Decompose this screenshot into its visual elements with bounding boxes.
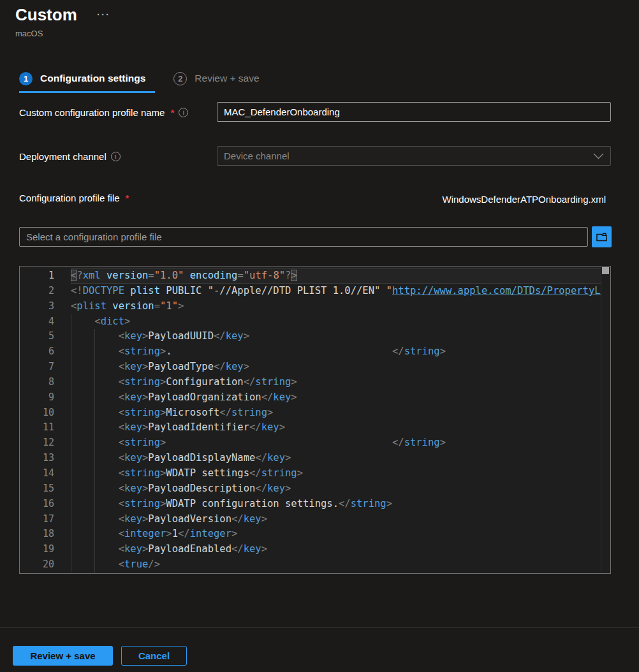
profile-name-input[interactable] — [217, 102, 611, 122]
code-line[interactable]: 17 <key>PayloadVersion</key> — [20, 512, 610, 527]
review-save-button[interactable]: Review + save — [13, 646, 113, 666]
label-text: Custom configuration profile name — [19, 107, 165, 118]
editor-scrollbar-thumb[interactable] — [602, 267, 609, 274]
indent-guide — [71, 390, 71, 405]
code-line[interactable]: 2<!DOCTYPE plist PUBLIC "-//Apple//DTD P… — [20, 284, 610, 299]
deployment-channel-value: Device channel — [224, 150, 593, 161]
indent-guide — [71, 497, 71, 512]
code-line[interactable]: 5 <key>PayloadUUID</key> — [20, 329, 610, 344]
line-number: 16 — [20, 497, 54, 512]
chevron-down-icon — [593, 153, 604, 159]
indent-guide — [94, 512, 95, 527]
code-editor[interactable]: 1<?xml version="1.0" encoding="utf-8"?>2… — [19, 266, 611, 574]
indent-guide — [94, 420, 95, 435]
indent-guide — [71, 527, 71, 542]
indent-guide — [71, 314, 71, 330]
indent-guide — [94, 344, 95, 360]
line-number: 3 — [20, 299, 54, 314]
indent-guide — [71, 405, 71, 421]
indent-guide — [94, 481, 95, 497]
line-number: 6 — [20, 344, 54, 360]
line-number: 12 — [20, 435, 54, 451]
line-number: 11 — [20, 420, 54, 435]
editor-vertical-scrollbar[interactable] — [601, 267, 610, 573]
indent-guide — [71, 329, 71, 344]
code-line[interactable]: 7 <key>PayloadType</key> — [20, 360, 610, 375]
config-file-label: Configuration profile file* — [19, 193, 129, 203]
indent-guide — [94, 557, 95, 573]
browse-file-button[interactable] — [592, 226, 612, 247]
line-number: 18 — [20, 527, 54, 542]
code-line[interactable]: 20 <true/> — [20, 557, 610, 573]
step-1-circle: 1 — [19, 72, 33, 85]
info-icon[interactable]: i — [111, 152, 121, 161]
step-tabs: 1 Configuration settings 2 Review + save — [19, 70, 260, 87]
indent-guide — [71, 420, 71, 435]
footer: Review + save Cancel — [0, 627, 639, 672]
code-line[interactable]: 14 <string>WDATP settings</string> — [20, 466, 610, 481]
indent-guide — [71, 451, 71, 466]
tab-label: Configuration settings — [40, 73, 145, 84]
line-number: 5 — [20, 329, 54, 344]
indent-guide — [94, 466, 95, 481]
code-lines: 1<?xml version="1.0" encoding="utf-8"?>2… — [20, 268, 610, 573]
tab-review-save[interactable]: 2 Review + save — [173, 70, 259, 87]
line-number: 19 — [20, 542, 54, 557]
indent-guide — [94, 527, 95, 542]
tab-configuration-settings[interactable]: 1 Configuration settings — [19, 70, 145, 87]
indent-guide — [94, 542, 95, 557]
page-title: Custom — [15, 5, 77, 25]
line-number: 10 — [20, 405, 54, 421]
line-number: 8 — [20, 375, 54, 390]
indent-guide — [71, 360, 71, 375]
indent-guide — [94, 360, 95, 375]
more-menu-button[interactable]: ··· — [97, 9, 110, 20]
code-line[interactable]: 3<plist version="1"> — [20, 299, 610, 314]
line-number: 4 — [20, 314, 54, 330]
line-number: 9 — [20, 390, 54, 405]
code-line[interactable]: 8 <string>Configuration</string> — [20, 375, 610, 390]
indent-guide — [94, 497, 95, 512]
indent-guide — [94, 375, 95, 390]
code-line[interactable]: 4 <dict> — [20, 314, 610, 330]
deployment-channel-select[interactable]: Device channel — [217, 146, 611, 166]
line-number: 2 — [20, 284, 54, 299]
label-text: Configuration profile file — [19, 193, 120, 203]
code-line[interactable]: 12 <string> </string> — [20, 435, 610, 451]
code-line[interactable]: 9 <key>PayloadOrganization</key> — [20, 390, 610, 405]
indent-guide — [71, 512, 71, 527]
code-line[interactable]: 1<?xml version="1.0" encoding="utf-8"?> — [20, 268, 610, 284]
line-number: 15 — [20, 481, 54, 497]
indent-guide — [71, 375, 71, 390]
code-line[interactable]: 6 <string>. </string> — [20, 344, 610, 360]
indent-guide — [94, 329, 95, 344]
line-number: 1 — [20, 268, 54, 284]
required-asterisk: * — [170, 107, 174, 118]
indent-guide — [71, 466, 71, 481]
folder-icon — [596, 232, 608, 242]
line-number: 14 — [20, 466, 54, 481]
code-line[interactable]: 11 <key>PayloadIdentifier</key> — [20, 420, 610, 435]
file-path-input[interactable] — [19, 227, 588, 247]
indent-guide — [94, 405, 95, 421]
deployment-channel-label: Deployment channel i — [19, 151, 121, 162]
step-2-circle: 2 — [173, 72, 187, 85]
code-line[interactable]: 13 <key>PayloadDisplayName</key> — [20, 451, 610, 466]
indent-guide — [71, 481, 71, 497]
code-line[interactable]: 15 <key>PayloadDescription</key> — [20, 481, 610, 497]
code-line[interactable]: 10 <string>Microsoft</string> — [20, 405, 610, 421]
tab-label: Review + save — [195, 73, 259, 84]
code-line[interactable]: 18 <integer>1</integer> — [20, 527, 610, 542]
info-icon[interactable]: i — [179, 108, 188, 117]
code-line[interactable]: 19 <key>PayloadEnabled</key> — [20, 542, 610, 557]
indent-guide — [94, 435, 95, 451]
indent-guide — [71, 435, 71, 451]
active-tab-underline — [19, 91, 155, 93]
cancel-button[interactable]: Cancel — [121, 646, 187, 666]
line-number: 13 — [20, 451, 54, 466]
label-text: Deployment channel — [19, 151, 106, 162]
profile-name-label: Custom configuration profile name* i — [19, 107, 188, 118]
indent-guide — [94, 390, 95, 405]
code-line[interactable]: 16 <string>WDATP configuration settings.… — [20, 497, 610, 512]
indent-guide — [71, 557, 71, 573]
